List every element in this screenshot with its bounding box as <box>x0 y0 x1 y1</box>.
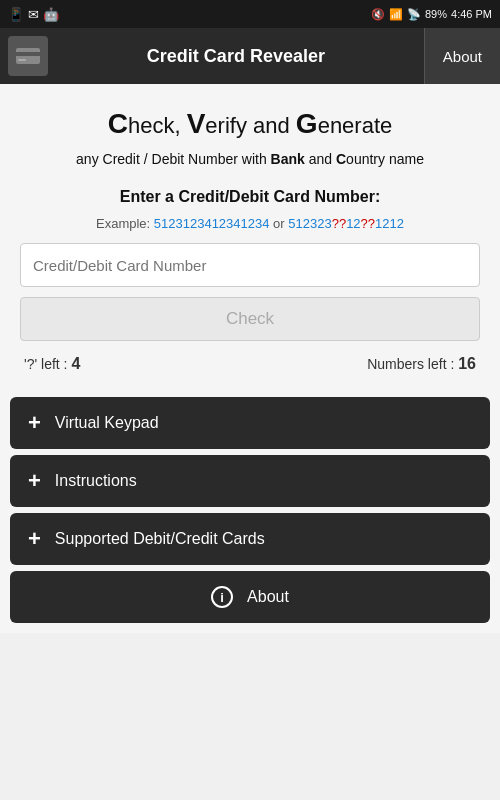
status-bar: 📱 ✉ 🤖 🔇 📶 📡 89% 4:46 PM <box>0 0 500 28</box>
whatsapp-icon: 📱 <box>8 7 24 22</box>
example-prefix: Example: <box>96 216 154 231</box>
numbers-right-stat: Numbers left : 16 <box>367 355 476 373</box>
battery-label: 89% <box>425 8 447 20</box>
example-2-black: 512323 <box>288 216 331 231</box>
supported-cards-button[interactable]: + Supported Debit/Credit Cards <box>10 513 490 565</box>
instructions-button[interactable]: + Instructions <box>10 455 490 507</box>
instructions-plus-icon: + <box>28 470 41 492</box>
bottom-sections: + Virtual Keypad + Instructions + Suppor… <box>0 397 500 633</box>
supported-cards-section: + Supported Debit/Credit Cards <box>10 513 490 565</box>
numbers-count: 16 <box>458 355 476 372</box>
app-title: Credit Card Revealer <box>48 46 424 67</box>
svg-rect-2 <box>18 59 26 61</box>
status-right-info: 🔇 📶 📡 89% 4:46 PM <box>371 8 492 21</box>
mute-icon: 🔇 <box>371 8 385 21</box>
instructions-section: + Instructions <box>10 455 490 507</box>
credit-card-app-icon <box>14 42 42 70</box>
app-bar: Credit Card Revealer About <box>0 28 500 84</box>
info-icon: i <box>211 586 233 608</box>
check-button[interactable]: Check <box>20 297 480 341</box>
numbers-label: Numbers left : <box>367 356 454 372</box>
headline-verify-rest: erify and <box>205 113 296 138</box>
main-content: Check, Verify and Generate any Credit / … <box>0 84 500 397</box>
headline-check: C <box>108 108 128 139</box>
example-2-red2: ?? <box>361 216 375 231</box>
question-left-stat: '?' left : 4 <box>24 355 80 373</box>
wifi-icon: 📶 <box>389 8 403 21</box>
question-count: 4 <box>71 355 80 372</box>
app-icon <box>8 36 48 76</box>
example-1: 5123123412341234 <box>154 216 270 231</box>
example-2-red1: ?? <box>332 216 346 231</box>
headline: Check, Verify and Generate <box>20 104 480 143</box>
virtual-keypad-section: + Virtual Keypad <box>10 397 490 449</box>
headline-generate-rest: enerate <box>318 113 393 138</box>
headline-check-rest: heck, <box>128 113 187 138</box>
signal-icon: 📡 <box>407 8 421 21</box>
svg-rect-1 <box>16 52 40 56</box>
status-left-icons: 📱 ✉ 🤖 <box>8 7 59 22</box>
supported-cards-plus-icon: + <box>28 528 41 550</box>
supported-cards-label: Supported Debit/Credit Cards <box>55 530 265 548</box>
subheadline: any Credit / Debit Number with Bank and … <box>20 149 480 170</box>
instructions-label: Instructions <box>55 472 137 490</box>
example-2-end: 1212 <box>375 216 404 231</box>
enter-label: Enter a Credit/Debit Card Number: <box>20 188 480 206</box>
headline-verify-v: V <box>187 108 206 139</box>
about-bottom-button[interactable]: i About <box>10 571 490 623</box>
stats-row: '?' left : 4 Numbers left : 16 <box>20 355 480 373</box>
example-2-blue: 12 <box>346 216 360 231</box>
card-number-input[interactable] <box>20 243 480 287</box>
time-label: 4:46 PM <box>451 8 492 20</box>
virtual-keypad-button[interactable]: + Virtual Keypad <box>10 397 490 449</box>
about-header-button[interactable]: About <box>424 28 500 84</box>
android-icon: 🤖 <box>43 7 59 22</box>
example-or: or <box>269 216 288 231</box>
example-line: Example: 5123123412341234 or 512323??12?… <box>20 216 480 231</box>
gmail-icon: ✉ <box>28 7 39 22</box>
about-bottom-label: About <box>247 588 289 606</box>
virtual-keypad-plus-icon: + <box>28 412 41 434</box>
question-label: '?' left : <box>24 356 67 372</box>
virtual-keypad-label: Virtual Keypad <box>55 414 159 432</box>
headline-generate-g: G <box>296 108 318 139</box>
info-icon-text: i <box>220 590 224 605</box>
